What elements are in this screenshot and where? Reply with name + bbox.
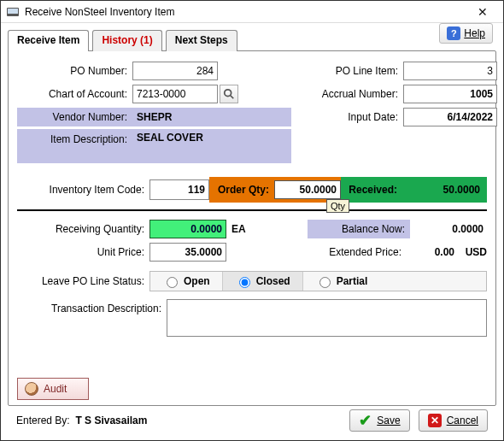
transaction-description-label: Transaction Description: — [17, 299, 167, 318]
status-closed-label: Closed — [256, 275, 290, 287]
status-partial-radio[interactable] — [319, 277, 331, 288]
input-date-label: Input Date: — [305, 108, 403, 126]
entered-by-label: Entered By: — [16, 415, 70, 426]
help-icon: ? — [447, 26, 460, 40]
window-frame: Receive NonSteel Inventory Item ✕ 47 Rec… — [0, 0, 504, 441]
save-button[interactable]: ✔ Save — [349, 409, 409, 432]
status-open-label: Open — [184, 275, 210, 287]
order-qty-value: 50.0000 — [274, 180, 341, 199]
window-title: Receive NonSteel Inventory Item — [25, 6, 466, 18]
audit-button[interactable]: Audit — [17, 378, 89, 400]
coa-input[interactable] — [132, 85, 218, 103]
receive-panel: PO Number: Chart of Account: Vendor Numb… — [8, 50, 496, 406]
po-line-status-label: Leave PO Line Status: — [17, 272, 149, 291]
audit-label: Audit — [44, 383, 67, 395]
coa-label: Chart of Account: — [17, 85, 132, 103]
titlebar: Receive NonSteel Inventory Item ✕ — [1, 1, 503, 23]
receiving-qty-label: Receiving Quantity: — [17, 220, 149, 238]
transaction-description-input[interactable] — [167, 299, 487, 337]
item-description-label: Item Description: — [17, 129, 132, 163]
po-line-label: PO Line Item: — [305, 62, 403, 80]
close-button[interactable]: ✕ — [466, 3, 500, 21]
unit-price-label: Unit Price: — [17, 243, 149, 262]
balance-now-value: 0.0000 — [410, 220, 487, 238]
help-button[interactable]: ? Help — [439, 23, 493, 44]
input-date-input[interactable] — [403, 108, 497, 126]
accrual-label: Accrual Number: — [305, 85, 403, 103]
po-number-label: PO Number: — [17, 62, 132, 80]
entered-by-value: T S Sivasailam — [75, 415, 147, 426]
tab-history[interactable]: History (1) — [92, 30, 161, 51]
vendor-number-label: Vendor Number: — [17, 108, 132, 126]
po-number-input[interactable] — [132, 62, 218, 80]
app-icon — [6, 5, 20, 19]
vendor-number-value: SHEPR — [132, 108, 291, 126]
coa-lookup-button[interactable] — [220, 85, 238, 103]
help-label: Help — [464, 27, 485, 39]
status-partial-label: Partial — [337, 275, 368, 287]
cancel-button[interactable]: ✕ Cancel — [419, 409, 488, 432]
extended-price-value: 0.00 — [407, 243, 458, 262]
separator — [17, 209, 487, 211]
po-line-status-group: Open Closed Partial — [149, 271, 487, 291]
check-icon: ✔ — [359, 413, 372, 428]
uom-label: EA — [226, 223, 252, 235]
inventory-item-code-label: Inventory Item Code: — [17, 177, 149, 203]
svg-point-2 — [225, 90, 231, 97]
extended-price-label: Extended Price: — [304, 243, 407, 262]
accrual-input[interactable] — [403, 85, 497, 103]
tab-next-steps[interactable]: Next Steps — [166, 30, 237, 51]
audit-icon — [25, 382, 38, 396]
unit-price-input[interactable] — [149, 243, 226, 262]
status-open-radio[interactable] — [167, 277, 178, 288]
footer: Entered By: T S Sivasailam ✔ Save ✕ Canc… — [8, 406, 496, 435]
svg-line-3 — [231, 96, 234, 99]
received-value: 50.0000 — [402, 180, 487, 199]
received-label: Received: — [341, 177, 402, 203]
item-description-value: SEAL COVER — [132, 129, 291, 163]
save-label: Save — [377, 415, 400, 426]
close-icon: ✕ — [428, 414, 442, 427]
status-closed-option[interactable]: Closed — [223, 272, 303, 291]
search-icon — [223, 88, 235, 100]
order-qty-label: Order Qty: — [213, 177, 274, 203]
tab-label: Next Steps — [175, 34, 228, 46]
tab-strip: Receive Item History (1) Next Steps — [8, 30, 237, 50]
receiving-qty-input[interactable] — [149, 220, 226, 238]
inventory-item-code-input[interactable] — [149, 179, 209, 200]
status-partial-option[interactable]: Partial — [303, 272, 380, 291]
currency-label: USD — [458, 246, 487, 258]
cancel-label: Cancel — [447, 415, 478, 426]
po-line-input[interactable] — [403, 62, 497, 80]
svg-rect-1 — [8, 9, 18, 14]
balance-now-label: Balance Now: — [308, 220, 410, 238]
status-open-option[interactable]: Open — [150, 272, 223, 291]
tab-receive-item[interactable]: Receive Item — [8, 30, 89, 51]
tab-label: History (1) — [102, 34, 152, 46]
tab-label: Receive Item — [17, 34, 79, 46]
status-closed-radio[interactable] — [239, 277, 250, 288]
entered-by: Entered By: T S Sivasailam — [16, 415, 147, 426]
